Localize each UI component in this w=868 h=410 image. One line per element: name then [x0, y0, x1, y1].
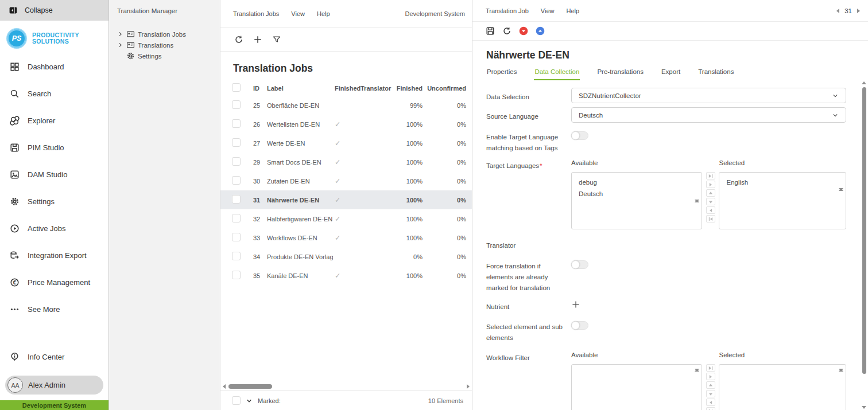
sidebar-item-pim-studio[interactable]: PIM Studio [0, 134, 108, 161]
move-up-button[interactable] [706, 381, 715, 389]
sidebar-item-dashboard[interactable]: Dashboard [0, 53, 108, 80]
row-checkbox[interactable] [232, 157, 241, 166]
row-checkbox[interactable] [232, 195, 241, 204]
tab-export[interactable]: Export [661, 67, 681, 80]
scroll-down-arrow[interactable] [862, 406, 866, 409]
menu-item-view[interactable]: View [291, 10, 305, 17]
move-left-button[interactable] [706, 206, 715, 214]
table-row[interactable]: 30 Zutaten DE-EN ✓ 100% 0% [220, 171, 472, 190]
move-right-button[interactable] [706, 181, 715, 188]
select-all-checkbox[interactable] [232, 83, 241, 92]
prev-record-arrow[interactable] [836, 9, 839, 13]
selected-target-languages-list[interactable]: English [719, 172, 846, 229]
row-checkbox[interactable] [232, 100, 241, 109]
refresh-button[interactable] [234, 35, 243, 44]
move-left-button[interactable] [706, 399, 715, 406]
move-all-right-button[interactable] [706, 364, 715, 372]
move-right-button[interactable] [706, 373, 715, 380]
expand-chevron-icon[interactable] [117, 42, 123, 48]
selected-workflow-list[interactable] [719, 364, 846, 410]
marked-checkbox[interactable] [232, 396, 241, 405]
list-item[interactable]: Deutsch [572, 188, 702, 200]
menu-item-help[interactable]: Help [317, 10, 330, 17]
menu-item-view[interactable]: View [541, 7, 555, 14]
move-all-left-button[interactable] [706, 215, 715, 222]
add-nutrient-button[interactable] [571, 300, 580, 309]
table-row[interactable]: 35 Kanäle DE-EN ✓ 100% 0% [220, 266, 472, 285]
row-checkbox[interactable] [232, 214, 241, 222]
row-checkbox[interactable] [232, 119, 241, 128]
row-checkbox[interactable] [232, 233, 241, 241]
menu-item-translation-jobs[interactable]: Translation Jobs [233, 10, 279, 17]
tree-item-translation-jobs[interactable]: Translation Jobs [117, 29, 215, 40]
next-record-arrow[interactable] [857, 9, 860, 13]
user-menu[interactable]: AA Alex Admin [5, 376, 103, 395]
upload-translations-button[interactable] [536, 26, 545, 36]
sidebar-item-settings[interactable]: Settings [0, 188, 108, 215]
move-down-button[interactable] [706, 390, 715, 397]
row-checkbox[interactable] [232, 271, 241, 279]
row-checkbox[interactable] [232, 138, 241, 147]
chevron-down-icon[interactable] [246, 397, 253, 404]
sidebar-item-dam-studio[interactable]: DAM Studio [0, 161, 108, 188]
tree-item-translations[interactable]: Translations [117, 40, 215, 50]
scroll-down-arrow[interactable] [839, 369, 843, 372]
sidebar-item-active-jobs[interactable]: Active Jobs [0, 215, 108, 242]
menu-item-help[interactable]: Help [566, 7, 579, 14]
available-workflow-list[interactable] [571, 364, 702, 410]
menu-item-translation-job[interactable]: Translation Job [486, 7, 529, 14]
selected-element-toggle[interactable] [571, 321, 588, 330]
scroll-right-arrow[interactable] [467, 384, 470, 389]
tab-pre-translations[interactable]: Pre-translations [596, 67, 644, 80]
table-row[interactable]: 27 Werte DE-EN ✓ 100% 0% [220, 134, 472, 153]
list-item[interactable]: debug [572, 177, 702, 188]
add-button[interactable] [253, 35, 262, 44]
save-button[interactable] [486, 26, 495, 36]
scroll-up-arrow[interactable] [862, 81, 866, 84]
download-translations-button[interactable] [519, 26, 528, 36]
data-selection-select[interactable]: SDZNutrientCollector [571, 88, 846, 103]
horizontal-scrollbar[interactable] [220, 382, 472, 391]
refresh-button[interactable] [502, 26, 512, 36]
list-item[interactable]: English [719, 177, 846, 188]
table-row[interactable]: 34 Produkte DE-EN Vorlage 0% 0% [220, 247, 472, 266]
move-all-left-button[interactable] [706, 407, 715, 410]
scroll-down-arrow[interactable] [839, 188, 843, 191]
table-row[interactable]: 31 Nährwerte DE-EN ✓ 100% 0% [220, 190, 472, 209]
sidebar-item-price-management[interactable]: € Price Management [0, 269, 108, 296]
collapse-button[interactable]: Collapse [0, 0, 108, 21]
filter-button[interactable] [272, 35, 281, 44]
scrollbar-thumb[interactable] [862, 87, 866, 374]
tab-data-collection[interactable]: Data Collection [534, 67, 580, 80]
target-languages-label: Target Languages* [486, 158, 571, 171]
move-all-right-button[interactable] [706, 172, 715, 179]
table-row[interactable]: 29 Smart Docs DE-EN ✓ 100% 0% [220, 153, 472, 171]
sidebar-item-explorer[interactable]: Explorer [0, 107, 108, 134]
move-down-button[interactable] [706, 198, 715, 205]
table-row[interactable]: 25 Oberfläche DE-EN 99% 0% [220, 96, 472, 115]
move-up-button[interactable] [706, 189, 715, 197]
row-checkbox[interactable] [232, 252, 241, 260]
sidebar-item-see-more[interactable]: See More [0, 296, 108, 323]
tab-properties[interactable]: Properties [486, 67, 517, 80]
sidebar-item-search[interactable]: Search [0, 80, 108, 107]
force-translation-toggle[interactable] [571, 260, 588, 269]
expand-chevron-icon[interactable] [117, 31, 123, 37]
sidebar-item-integration-export[interactable]: Integration Export [0, 242, 108, 269]
available-target-languages-list[interactable]: debugDeutsch [571, 172, 702, 229]
table-row[interactable]: 32 Halbfertigwaren DE-EN ✓ 100% 0% [220, 209, 472, 228]
table-row[interactable]: 26 Wertelisten DE-EN ✓ 100% 0% [220, 115, 472, 134]
scroll-down-arrow[interactable] [695, 369, 699, 372]
scrollbar-thumb[interactable] [228, 384, 272, 389]
tree-item-settings[interactable]: Settings [117, 50, 215, 61]
scrollbar-track[interactable] [226, 384, 467, 389]
enable-matching-toggle[interactable] [571, 131, 588, 140]
vertical-scrollbar[interactable] [861, 81, 867, 409]
scroll-down-arrow[interactable] [695, 200, 699, 202]
sidebar-item-info-center[interactable]: Info Center [0, 343, 108, 370]
app-logo[interactable]: PS PRODUCTIVITY SOLUTIONS [0, 21, 108, 52]
row-checkbox[interactable] [232, 176, 241, 185]
source-language-select[interactable]: Deutsch [571, 107, 846, 123]
table-row[interactable]: 33 Workflows DE-EN ✓ 100% 0% [220, 228, 472, 247]
tab-translations[interactable]: Translations [698, 67, 734, 80]
